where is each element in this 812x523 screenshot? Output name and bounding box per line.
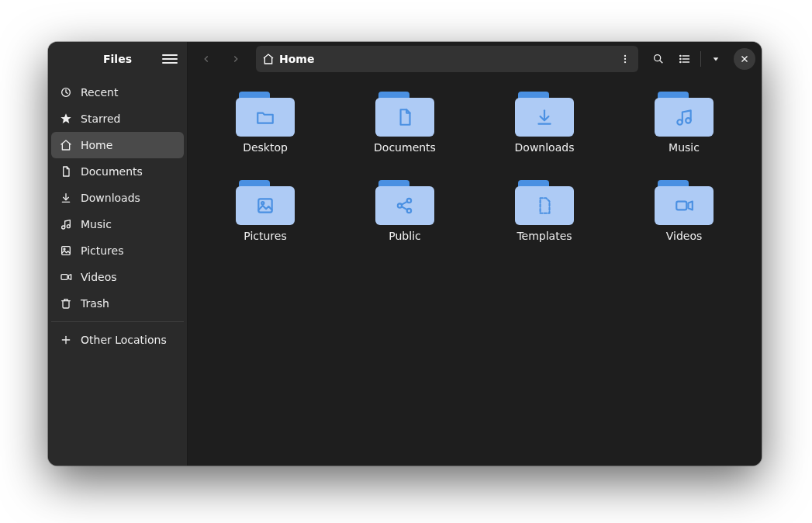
svg-rect-8: [61, 275, 67, 280]
sidebar-item-label: Starred: [81, 113, 120, 125]
file-manager-window: Files RecentStarredHomeDocumentsDownload…: [48, 42, 762, 466]
folder-desktop[interactable]: Desktop: [203, 84, 327, 160]
folder-music[interactable]: Music: [622, 84, 746, 160]
svg-point-31: [261, 202, 264, 204]
svg-rect-30: [258, 199, 271, 212]
main-pane: Home DesktopDocumentsDownloadsMusicP: [188, 42, 762, 466]
sidebar-item-videos[interactable]: Videos: [51, 264, 184, 290]
back-button[interactable]: [194, 47, 219, 71]
home-icon: [59, 138, 73, 152]
sidebar-item-label: Home: [81, 139, 112, 151]
download-icon: [59, 191, 73, 205]
sidebar-item-label: Documents: [81, 165, 143, 178]
pathbar[interactable]: Home: [256, 46, 638, 72]
sidebar-item-home[interactable]: Home: [51, 132, 184, 158]
sidebar-item-label: Videos: [81, 271, 117, 283]
trash-icon: [59, 296, 73, 310]
folder-icon: [655, 90, 714, 137]
svg-marker-38: [688, 201, 692, 210]
svg-marker-1: [60, 113, 71, 123]
folder-icon: [515, 90, 574, 137]
svg-point-21: [680, 58, 681, 59]
music-icon: [59, 217, 73, 231]
sidebar-item-label: Trash: [81, 297, 109, 310]
folder-icon: [236, 178, 295, 225]
svg-point-13: [624, 58, 626, 60]
svg-line-36: [402, 206, 408, 210]
hamburger-menu-button[interactable]: [162, 51, 178, 67]
app-title: Files: [73, 53, 162, 65]
folder-label: Desktop: [243, 141, 288, 154]
view-list-button[interactable]: [676, 47, 694, 71]
svg-rect-37: [676, 201, 686, 210]
folder-label: Templates: [517, 230, 572, 242]
folder-grid: DesktopDocumentsDownloadsMusicPicturesPu…: [203, 84, 746, 248]
sidebar-item-documents[interactable]: Documents: [51, 158, 184, 185]
folder-templates[interactable]: Templates: [482, 172, 606, 248]
folder-label: Downloads: [515, 141, 575, 154]
doc-icon: [59, 165, 73, 178]
sidebar-divider: [51, 321, 184, 322]
sidebar-item-label: Downloads: [81, 192, 140, 204]
folder-label: Pictures: [244, 230, 286, 242]
sidebar-item-label: Pictures: [81, 244, 123, 257]
folder-label: Videos: [666, 230, 703, 242]
svg-point-12: [624, 55, 626, 57]
sidebar-list: RecentStarredHomeDocumentsDownloadsMusic…: [48, 76, 187, 356]
close-button[interactable]: [734, 48, 755, 70]
folder-icon: [375, 90, 434, 137]
folder-label: Music: [669, 141, 700, 154]
home-icon: [262, 53, 275, 65]
video-icon: [59, 270, 73, 284]
folder-icon: [515, 178, 574, 225]
search-button[interactable]: [646, 47, 671, 71]
svg-point-15: [655, 55, 661, 61]
folder-pictures[interactable]: Pictures: [203, 172, 327, 248]
path-text: Home: [279, 53, 314, 65]
file-grid-area: DesktopDocumentsDownloadsMusicPicturesPu…: [188, 76, 762, 466]
svg-point-20: [680, 55, 681, 56]
svg-point-22: [680, 61, 681, 62]
svg-line-35: [402, 201, 408, 204]
folder-videos[interactable]: Videos: [622, 172, 746, 248]
folder-documents[interactable]: Documents: [343, 84, 467, 160]
sidebar-item-starred[interactable]: Starred: [51, 106, 184, 132]
sidebar-item-label: Recent: [81, 86, 118, 99]
star-icon: [59, 112, 73, 126]
sidebar-item-music[interactable]: Music: [51, 211, 184, 237]
sidebar-item-other-locations[interactable]: Other Locations: [51, 327, 184, 353]
svg-marker-23: [714, 57, 719, 61]
svg-line-16: [660, 61, 663, 64]
folder-label: Public: [389, 230, 420, 242]
svg-marker-9: [68, 275, 71, 280]
folder-icon: [655, 178, 714, 225]
sidebar-item-downloads[interactable]: Downloads: [51, 185, 184, 211]
svg-point-7: [64, 248, 65, 250]
folder-icon: [236, 90, 295, 137]
path-segment-home[interactable]: Home: [262, 53, 314, 65]
plus-icon: [59, 333, 73, 347]
picture-icon: [59, 244, 73, 258]
clock-icon: [59, 85, 73, 99]
pathbar-more-button[interactable]: [617, 50, 634, 68]
folder-downloads[interactable]: Downloads: [482, 84, 606, 160]
sidebar-item-pictures[interactable]: Pictures: [51, 237, 184, 264]
sidebar-item-recent[interactable]: Recent: [51, 79, 184, 106]
sidebar-item-label: Music: [81, 218, 112, 230]
toolbar-separator: [700, 51, 701, 67]
folder-icon: [375, 178, 434, 225]
folder-public[interactable]: Public: [343, 172, 467, 248]
svg-point-14: [624, 61, 626, 63]
sidebar-item-trash[interactable]: Trash: [51, 290, 184, 317]
sidebar-item-label: Other Locations: [81, 334, 167, 346]
sidebar: Files RecentStarredHomeDocumentsDownload…: [48, 42, 188, 466]
sidebar-header: Files: [48, 42, 187, 76]
forward-button[interactable]: [223, 47, 248, 71]
svg-rect-6: [62, 247, 71, 255]
view-options-dropdown[interactable]: [707, 47, 724, 71]
folder-label: Documents: [374, 141, 436, 154]
toolbar: Home: [188, 42, 762, 76]
